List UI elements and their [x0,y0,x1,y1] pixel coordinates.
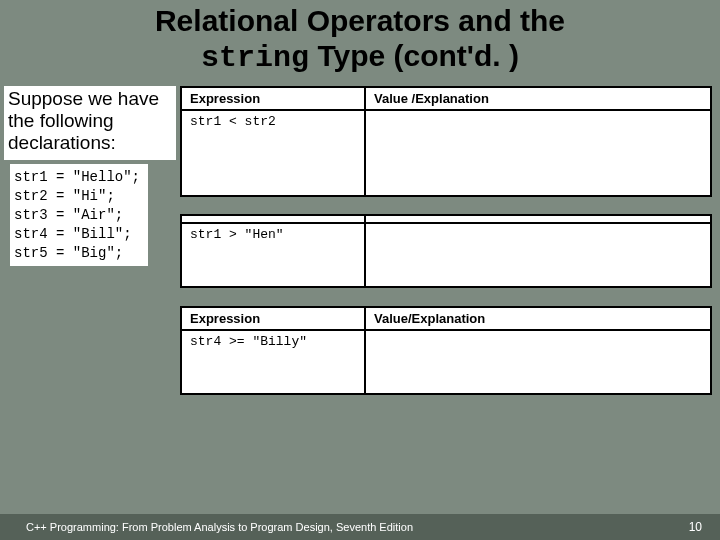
cell-value [365,330,711,394]
header-value [365,215,711,223]
table-header: Expression Value/Explanation [181,307,711,330]
header-expression: Expression [181,307,365,330]
intro-text: Suppose we have the following declaratio… [4,86,176,160]
table-row: str1 < str2 [181,110,711,196]
cell-expression: str1 > "Hen" [181,223,365,287]
header-expression: Expression [181,87,365,110]
header-value: Value/Explanation [365,307,711,330]
footer-text: C++ Programming: From Problem Analysis t… [26,521,413,533]
table-3: Expression Value/Explanation str4 >= "Bi… [180,306,712,395]
table-1: Expression Value /Explanation str1 < str… [180,86,712,197]
title-code-word: string [201,41,309,75]
table-row: str4 >= "Billy" [181,330,711,394]
footer-bar: C++ Programming: From Problem Analysis t… [0,514,720,540]
declarations-code: str1 = "Hello"; str2 = "Hi"; str3 = "Air… [10,164,148,266]
table-header: Expression Value /Explanation [181,87,711,110]
page-number: 10 [689,520,702,534]
cell-value [365,223,711,287]
title-line-2: string Type (cont'd. ) [0,39,720,76]
title-rest: Type (cont'd. ) [309,39,519,72]
slide-title: Relational Operators and the string Type… [0,0,720,77]
title-line-1: Relational Operators and the [0,4,720,39]
cell-expression: str1 < str2 [181,110,365,196]
cell-value [365,110,711,196]
header-value: Value /Explanation [365,87,711,110]
cell-expression: str4 >= "Billy" [181,330,365,394]
header-expression [181,215,365,223]
table-2: str1 > "Hen" [180,214,712,288]
table-row: str1 > "Hen" [181,223,711,287]
table-header [181,215,711,223]
